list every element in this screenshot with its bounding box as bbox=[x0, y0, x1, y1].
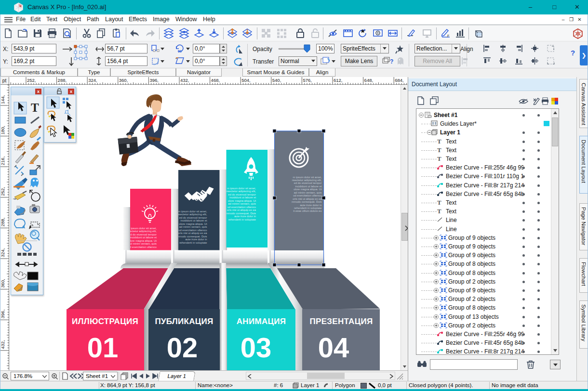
svg-text:АНИМАЦИЯ: АНИМАЦИЯ bbox=[237, 317, 286, 326]
svg-text:ad minim veniam, quis: ad minim veniam, quis bbox=[294, 191, 322, 194]
svg-text:olore magna aliqua. Ut: olore magna aliqua. Ut bbox=[129, 239, 157, 242]
svg-text:576,: 576, bbox=[303, 78, 312, 83]
svg-text:252,: 252, bbox=[27, 78, 36, 83]
svg-text:ad minim veniam, quis: ad minim veniam, quis bbox=[129, 242, 157, 245]
svg-text:648,: 648, bbox=[364, 78, 374, 83]
svg-text:nsectetur adipiscing elit,: nsectetur adipiscing elit, bbox=[226, 190, 256, 193]
svg-text:mmodo consequat. Duis: mmodo consequat. Duis bbox=[226, 212, 256, 215]
svg-text:504,: 504, bbox=[241, 78, 251, 83]
svg-text:incididunt ut labore et: incididunt ut labore et bbox=[180, 219, 207, 222]
svg-text:it esse cillum dolore eu: it esse cillum dolore eu bbox=[294, 209, 322, 212]
svg-text:aute irure dolor in: aute irure dolor in bbox=[234, 215, 256, 218]
svg-text:m ipsum dolor sit amet,: m ipsum dolor sit amet, bbox=[178, 210, 207, 213]
svg-text:olore magna aliqua. Ut: olore magna aliqua. Ut bbox=[179, 222, 207, 225]
svg-text:T: T bbox=[31, 101, 39, 114]
svg-text:oris nisi ut aliquip ex ea: oris nisi ut aliquip ex ea bbox=[293, 197, 322, 200]
svg-text:03: 03 bbox=[241, 332, 272, 363]
svg-text:T: T bbox=[437, 208, 441, 214]
svg-text:aute irure dolor in: aute irure dolor in bbox=[300, 204, 321, 207]
svg-text:olore magna aliqua. Ut: olore magna aliqua. Ut bbox=[228, 199, 256, 202]
svg-text:ed do eiusmod tempor: ed do eiusmod tempor bbox=[228, 193, 256, 196]
svg-text:ud exercitation ullamco: ud exercitation ullamco bbox=[178, 229, 207, 232]
svg-text:324,: 324, bbox=[0, 248, 5, 258]
svg-text:ПУБЛИКАЦИЯ: ПУБЛИКАЦИЯ bbox=[155, 317, 213, 326]
svg-text:396,: 396, bbox=[0, 310, 5, 319]
svg-text:aute irure dolor in: aute irure dolor in bbox=[185, 238, 207, 241]
svg-text:360,: 360, bbox=[119, 78, 128, 83]
svg-text:540,: 540, bbox=[272, 78, 281, 83]
svg-text:ПРЕЗЕНТАЦИЯ: ПРЕЗЕНТАЦИЯ bbox=[310, 317, 373, 326]
svg-text:*: * bbox=[175, 57, 177, 61]
svg-text:ud exercitation ullamco: ud exercitation ullamco bbox=[293, 194, 321, 197]
svg-text:144,: 144, bbox=[0, 95, 5, 104]
svg-text:252,: 252, bbox=[0, 187, 5, 196]
svg-text:rehenderit in voluptate: rehenderit in voluptate bbox=[179, 241, 207, 244]
svg-text:m ipsum dolor sit amet,: m ipsum dolor sit amet, bbox=[293, 176, 322, 179]
svg-text:324,: 324, bbox=[88, 78, 97, 83]
svg-text:ed do eiusmod tempor: ed do eiusmod tempor bbox=[129, 233, 157, 236]
svg-text:incididunt ut labore et: incididunt ut labore et bbox=[229, 196, 256, 199]
svg-text:oris nisi ut aliquip ex ea: oris nisi ut aliquip ex ea bbox=[227, 209, 256, 211]
svg-text:incididunt ut labore et: incididunt ut labore et bbox=[130, 236, 157, 239]
svg-text:nsectetur adipiscing elit,: nsectetur adipiscing elit, bbox=[292, 179, 322, 182]
svg-text:m ipsum dolor sit amet,: m ipsum dolor sit amet, bbox=[227, 187, 256, 190]
svg-text:90: 90 bbox=[178, 50, 182, 53]
svg-text:rehenderit in voluptate: rehenderit in voluptate bbox=[228, 218, 256, 221]
svg-text:288,: 288, bbox=[0, 218, 5, 227]
svg-text:180,: 180, bbox=[0, 126, 5, 135]
svg-text:288,: 288, bbox=[58, 78, 67, 83]
svg-text:ed do eiusmod tempor: ed do eiusmod tempor bbox=[294, 182, 322, 184]
svg-text:ИЛЛЮСТРАЦИЯ: ИЛЛЮСТРАЦИЯ bbox=[72, 317, 138, 326]
svg-text:ad minim veniam, quis: ad minim veniam, quis bbox=[228, 202, 256, 205]
svg-text:684,: 684, bbox=[395, 78, 404, 83]
svg-text:T: T bbox=[437, 156, 441, 161]
svg-text:T: T bbox=[437, 138, 441, 144]
svg-text:olore magna aliqua. Ut: olore magna aliqua. Ut bbox=[294, 188, 322, 191]
svg-text:216,: 216, bbox=[0, 156, 5, 166]
svg-text:?: ? bbox=[390, 58, 393, 65]
svg-text:ed do eiusmod tempor: ed do eiusmod tempor bbox=[179, 216, 207, 219]
svg-text:396,: 396, bbox=[149, 78, 159, 83]
svg-text:01: 01 bbox=[87, 332, 119, 363]
svg-text:T: T bbox=[437, 147, 441, 153]
svg-text:ud exercitation ullamco: ud exercitation ullamco bbox=[128, 246, 157, 248]
svg-text:468,: 468, bbox=[211, 78, 220, 83]
svg-text:360,: 360, bbox=[0, 279, 5, 288]
svg-text:T: T bbox=[437, 199, 441, 205]
svg-text:ad minim veniam, quis: ad minim veniam, quis bbox=[179, 225, 207, 228]
svg-text:04: 04 bbox=[318, 332, 349, 363]
svg-text:oris nisi ut aliquip ex ea: oris nisi ut aliquip ex ea bbox=[178, 232, 207, 235]
svg-text:incididunt ut labore et: incididunt ut labore et bbox=[295, 185, 321, 188]
svg-text:rehenderit in voluptate: rehenderit in voluptate bbox=[294, 207, 321, 209]
svg-text:mmodo consequat. Duis: mmodo consequat. Duis bbox=[177, 235, 207, 238]
svg-text:612,: 612, bbox=[334, 78, 343, 83]
svg-text:432,: 432, bbox=[180, 78, 189, 83]
svg-text:432,: 432, bbox=[0, 340, 5, 349]
svg-text:nsectetur adipiscing elit,: nsectetur adipiscing elit, bbox=[177, 213, 207, 216]
svg-text:nsectetur adipiscing elit,: nsectetur adipiscing elit, bbox=[127, 230, 157, 233]
svg-text:mmodo consequat. Duis: mmodo consequat. Duis bbox=[292, 200, 322, 203]
svg-text:F: F bbox=[447, 34, 449, 38]
svg-text:02: 02 bbox=[167, 332, 198, 363]
svg-text:ud exercitation ullamco: ud exercitation ullamco bbox=[227, 206, 256, 209]
svg-text:m ipsum dolor sit amet,: m ipsum dolor sit amet, bbox=[128, 227, 157, 230]
